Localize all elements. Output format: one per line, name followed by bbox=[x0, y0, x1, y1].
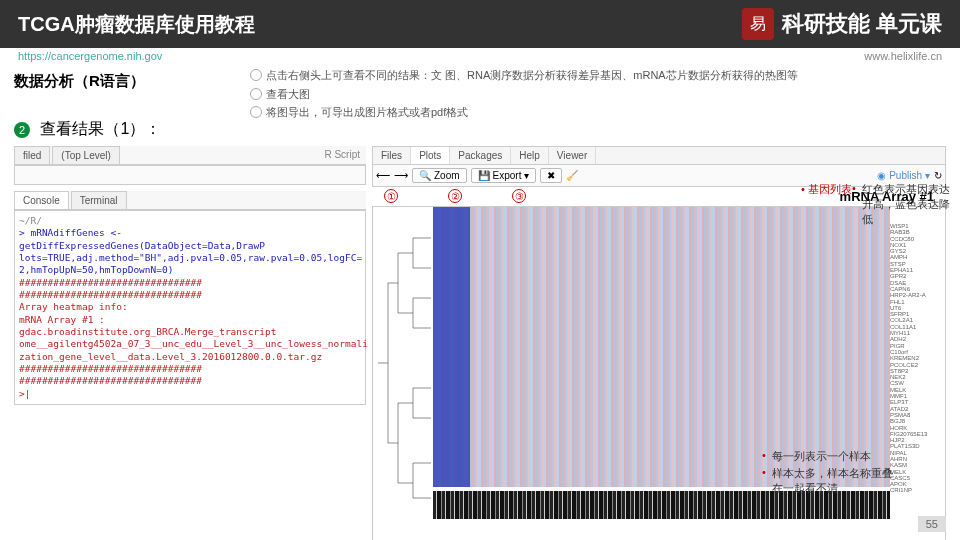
url-row: https://cancergenome.nih.gov www.helixli… bbox=[0, 48, 960, 64]
url-left: https://cancergenome.nih.gov bbox=[18, 50, 162, 62]
page-number: 55 bbox=[918, 516, 946, 532]
tab-files[interactable]: Files bbox=[373, 147, 411, 164]
tab-plots[interactable]: Plots bbox=[411, 147, 450, 164]
header-bar: TCGA肿瘤数据库使用教程 易 科研技能 单元课 bbox=[0, 0, 960, 48]
step-number: 2 bbox=[14, 122, 30, 138]
code-blue: > mRNAdiffGenes <- getDiffExpressedGenes… bbox=[19, 227, 361, 276]
marker-3: ③ bbox=[512, 189, 526, 203]
url-right: www.helixlife.cn bbox=[864, 50, 942, 62]
console-output: ~/R/ > mRNAdiffGenes <- getDiffExpressed… bbox=[14, 210, 366, 405]
tip-a: 点击右侧头上可查看不同的结果：文 图、RNA测序数据分析获得差异基因、mRNA芯… bbox=[266, 69, 798, 81]
dendrogram bbox=[373, 207, 433, 540]
arrow-right-icon[interactable]: ⟶ bbox=[394, 170, 408, 181]
title-left: TCGA肿瘤数据库使用教程 bbox=[18, 11, 255, 38]
code-red: ################################ #######… bbox=[19, 277, 361, 400]
marker-1: ① bbox=[384, 189, 398, 203]
prompt-path: ~/R/ bbox=[19, 215, 361, 227]
tip-c: 将图导出，可导出成图片格式或者pdf格式 bbox=[266, 106, 468, 118]
editor-placeholder bbox=[14, 165, 366, 185]
heatmap bbox=[433, 207, 890, 487]
tips-block: 点击右侧头上可查看不同的结果：文 图、RNA测序数据分析获得差异基因、mRNA芯… bbox=[250, 66, 798, 122]
scope-tab[interactable]: (Top Level) bbox=[52, 146, 119, 164]
bullet-icon bbox=[250, 106, 262, 118]
tab-help[interactable]: Help bbox=[511, 147, 549, 164]
top-toolbar: filed (Top Level) R Script bbox=[14, 146, 366, 165]
broom-icon[interactable]: 🧹 bbox=[566, 170, 578, 181]
zoom-button[interactable]: 🔍 Zoom bbox=[412, 168, 467, 183]
rstudio-left-pane: filed (Top Level) R Script Console Termi… bbox=[14, 146, 366, 540]
terminal-tab[interactable]: Terminal bbox=[71, 191, 127, 209]
console-tab[interactable]: Console bbox=[14, 191, 69, 209]
rscript-label: R Script bbox=[318, 146, 366, 164]
field-tab[interactable]: filed bbox=[14, 146, 50, 164]
export-button[interactable]: 💾 Export ▾ bbox=[471, 168, 537, 183]
note-samples: 每一列表示一个样本 样本太多，样本名称重叠在一起看不清 bbox=[762, 449, 902, 498]
publish-button[interactable]: ◉ Publish ▾ bbox=[877, 170, 930, 181]
title-right: 科研技能 单元课 bbox=[782, 9, 942, 39]
bullet-icon bbox=[250, 69, 262, 81]
refresh-icon[interactable]: ↻ bbox=[934, 170, 942, 181]
step-text: 查看结果（1）： bbox=[40, 120, 161, 137]
tab-packages[interactable]: Packages bbox=[450, 147, 511, 164]
viewer-tabs: Files Plots Packages Help Viewer bbox=[372, 146, 946, 165]
console-tabs: Console Terminal bbox=[14, 191, 366, 210]
arrow-left-icon[interactable]: ⟵ bbox=[376, 170, 390, 181]
note-gene-list: • 基因列表 bbox=[801, 182, 852, 197]
marker-2: ② bbox=[448, 189, 462, 203]
delete-plot-icon[interactable]: ✖ bbox=[540, 168, 562, 183]
tab-viewer[interactable]: Viewer bbox=[549, 147, 596, 164]
tip-b: 查看大图 bbox=[266, 88, 310, 100]
step-2: 2 查看结果（1）： bbox=[14, 119, 946, 140]
note-color: 红色表示基因表达升高，蓝色表达降低 bbox=[852, 182, 952, 229]
seal-icon: 易 bbox=[742, 8, 774, 40]
bullet-icon bbox=[250, 88, 262, 100]
